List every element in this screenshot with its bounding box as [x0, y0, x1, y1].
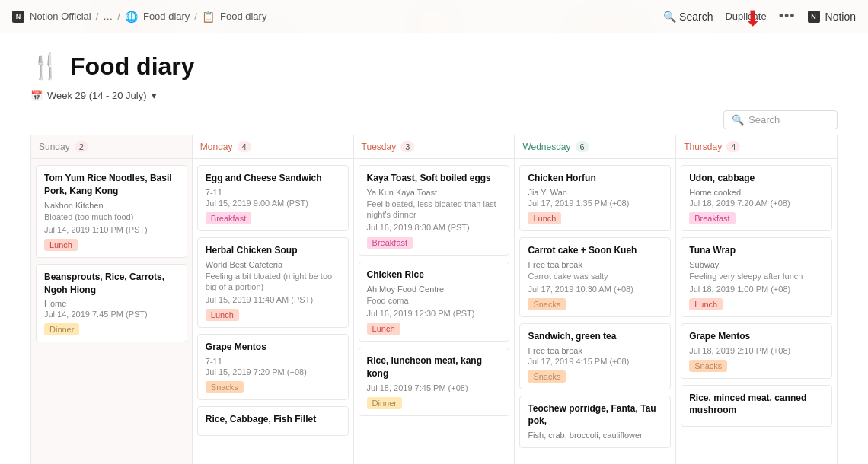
day-count-wednesday: 6 — [576, 141, 589, 152]
food-card-time: Jul 18, 2019 7:45 PM (+08) — [367, 383, 502, 392]
food-card-title: Chicken Rice — [367, 269, 502, 281]
calendar-toolbar: 🔍 Search — [0, 110, 868, 135]
notion-icon: N — [12, 11, 24, 23]
food-card[interactable]: Rice, minced meat, canned mushroom — [681, 385, 832, 427]
food-card-note: Feeling very sleepy after lunch — [689, 271, 824, 281]
food-card-title: Grape Mentos — [689, 330, 824, 343]
day-cards-monday: Egg and Cheese Sandwich7-11Jul 15, 2019 … — [193, 159, 353, 464]
day-name-monday: Monday — [200, 141, 233, 152]
food-card-title: Rice, minced meat, canned mushroom — [689, 392, 824, 418]
food-card-note: Feel bloated, less bloated than last nig… — [367, 199, 502, 221]
day-header-sunday: Sunday 2 — [31, 135, 192, 159]
food-card-time: Jul 14, 2019 1:10 PM (PST) — [44, 225, 179, 234]
food-card-title: Kaya Toast, Soft boiled eggs — [367, 172, 502, 185]
food-card-note: Feeling a bit bloated (might be too big … — [206, 271, 340, 293]
food-card-tag: Snacks — [528, 370, 566, 383]
day-header-wednesday: Wednesday 6 — [515, 135, 675, 159]
food-card[interactable]: Tuna WrapSubwayFeeling very sleepy after… — [681, 237, 832, 317]
food-card[interactable]: Kaya Toast, Soft boiled eggsYa Kun Kaya … — [359, 165, 510, 256]
food-card[interactable]: Udon, cabbageHome cookedJul 18, 2019 7:2… — [681, 165, 832, 231]
food-card-time: Jul 16, 2019 8:30 AM (PST) — [367, 223, 502, 232]
food-card-title: Udon, cabbage — [689, 172, 824, 185]
food-card-tag: Breakfast — [367, 237, 413, 249]
food-card-sub: Jia Yi Wan — [528, 188, 662, 197]
food-card[interactable]: Beansprouts, Rice, Carrots, Ngoh HiongHo… — [36, 264, 187, 343]
search-button[interactable]: 🔍 Search — [663, 11, 713, 23]
day-name-wednesday: Wednesday — [522, 141, 570, 152]
food-card-note: Carrot cake was salty — [528, 271, 662, 281]
food-card-sub: Home — [44, 299, 179, 308]
page-icon: 🍴 — [30, 52, 61, 81]
arrow-pointer: ⬇ — [744, 6, 761, 31]
food-card-tag: Snacks — [689, 360, 727, 372]
food-card[interactable]: Chicken HorfunJia Yi WanJul 17, 2019 1:3… — [519, 165, 671, 231]
food-card-time: Jul 18, 2019 7:20 AM (+08) — [689, 199, 824, 208]
more-options-button[interactable]: ••• — [779, 8, 796, 24]
food-card[interactable]: Tom Yum Rice Noodles, Basil Pork, Kang K… — [36, 165, 187, 258]
breadcrumb-food-diary-1[interactable]: Food diary — [143, 11, 190, 22]
breadcrumb-food-diary-2[interactable]: Food diary — [220, 11, 266, 22]
food-card[interactable]: Teochew porridge, Fanta, Tau pok,Fish, c… — [519, 396, 671, 449]
food-card-tag: Lunch — [206, 309, 239, 321]
food-card-title: Rice, Cabbage, Fish Fillet — [206, 413, 340, 426]
food-card-tag: Lunch — [367, 323, 400, 335]
food-card-tag: Snacks — [206, 381, 244, 393]
day-header-tuesday: Tuesday 3 — [354, 135, 515, 159]
food-card[interactable]: Sandwich, green teaFree tea breakJul 17,… — [519, 323, 671, 389]
food-card[interactable]: Rice, Cabbage, Fish Fillet — [197, 406, 349, 436]
day-cards-thursday: Udon, cabbageHome cookedJul 18, 2019 7:2… — [676, 159, 837, 464]
day-name-sunday: Sunday — [39, 141, 70, 152]
food-card-sub: World Best Cafeteria — [206, 260, 340, 269]
food-card-title: Egg and Cheese Sandwich — [206, 172, 340, 185]
food-card-sub: Ya Kun Kaya Toast — [367, 188, 502, 197]
week-selector[interactable]: 📅 Week 29 (14 - 20 July) ▾ — [30, 90, 838, 101]
food-card-time: Jul 14, 2019 7:45 PM (PST) — [44, 310, 179, 319]
food-diary-db-icon: 📋 — [202, 11, 215, 23]
food-card-sub: 7-11 — [206, 188, 340, 197]
day-cards-tuesday: Kaya Toast, Soft boiled eggsYa Kun Kaya … — [354, 159, 515, 464]
food-diary-globe-icon: 🌐 — [125, 11, 138, 23]
breadcrumb-sep-2: / — [117, 11, 120, 22]
week-chevron-icon: ▾ — [152, 90, 157, 101]
food-card-time: Jul 17, 2019 4:15 PM (+08) — [528, 357, 662, 366]
food-card-time: Jul 18, 2019 1:00 PM (+08) — [689, 284, 824, 294]
day-count-sunday: 2 — [75, 141, 88, 152]
food-card[interactable]: Herbal Chicken SoupWorld Best CafeteriaF… — [197, 237, 349, 328]
page-title: Food diary — [70, 52, 195, 81]
food-card[interactable]: Chicken RiceAh Moy Food CentreFood comaJ… — [359, 262, 510, 342]
food-card-title: Teochew porridge, Fanta, Tau pok, — [528, 402, 662, 428]
notion-home-label: Notion — [825, 11, 856, 23]
food-card-sub: Free tea break — [528, 346, 662, 355]
food-card-title: Tom Yum Rice Noodles, Basil Pork, Kang K… — [44, 172, 179, 198]
food-card[interactable]: Grape Mentos7-11Jul 15, 2019 7:20 PM (+0… — [197, 334, 349, 400]
breadcrumb-notion-official[interactable]: Notion Official — [30, 11, 91, 22]
food-card-tag: Breakfast — [206, 212, 251, 224]
day-column-monday: Monday 4 Egg and Cheese Sandwich7-11Jul … — [192, 135, 353, 464]
day-count-tuesday: 3 — [400, 141, 414, 152]
food-card-title: Beansprouts, Rice, Carrots, Ngoh Hiong — [44, 271, 179, 297]
day-header-monday: Monday 4 — [193, 135, 353, 159]
calendar-search[interactable]: 🔍 Search — [723, 110, 838, 129]
food-card-title: Carrot cake + Soon Kueh — [528, 244, 662, 257]
food-card-time: Jul 15, 2019 11:40 AM (PST) — [206, 295, 340, 304]
day-name-thursday: Thursday — [684, 141, 722, 152]
food-card-time: Jul 15, 2019 9:00 AM (PST) — [206, 199, 340, 208]
day-column-wednesday: Wednesday 6 Chicken HorfunJia Yi WanJul … — [514, 135, 675, 464]
food-card-tag: Dinner — [367, 397, 402, 409]
breadcrumb-sep-1: / — [96, 11, 99, 22]
page-header: 🍴 Food diary 📅 Week 29 (14 - 20 July) ▾ — [0, 33, 868, 101]
breadcrumb-ellipsis[interactable]: … — [103, 11, 113, 22]
food-card[interactable]: Carrot cake + Soon KuehFree tea breakCar… — [519, 237, 671, 317]
food-card-time: Jul 17, 2019 10:30 AM (+08) — [528, 284, 662, 294]
food-card[interactable]: Rice, luncheon meat, kang kongJul 18, 20… — [359, 348, 510, 416]
food-card-note: Food coma — [367, 295, 502, 306]
food-card-title: Herbal Chicken Soup — [206, 244, 340, 257]
topbar: N Notion Official / … / 🌐 Food diary / 📋… — [0, 0, 868, 33]
food-card-tag: Lunch — [44, 239, 78, 251]
food-card-time: Jul 16, 2019 12:30 PM (PST) — [367, 309, 502, 318]
food-card[interactable]: Egg and Cheese Sandwich7-11Jul 15, 2019 … — [197, 165, 349, 231]
notion-home[interactable]: N Notion — [808, 11, 856, 23]
day-cards-sunday: Tom Yum Rice Noodles, Basil Pork, Kang K… — [31, 159, 192, 464]
food-card[interactable]: Grape MentosJul 18, 2019 2:10 PM (+08)Sn… — [681, 323, 832, 379]
day-header-thursday: Thursday 4 — [676, 135, 837, 159]
